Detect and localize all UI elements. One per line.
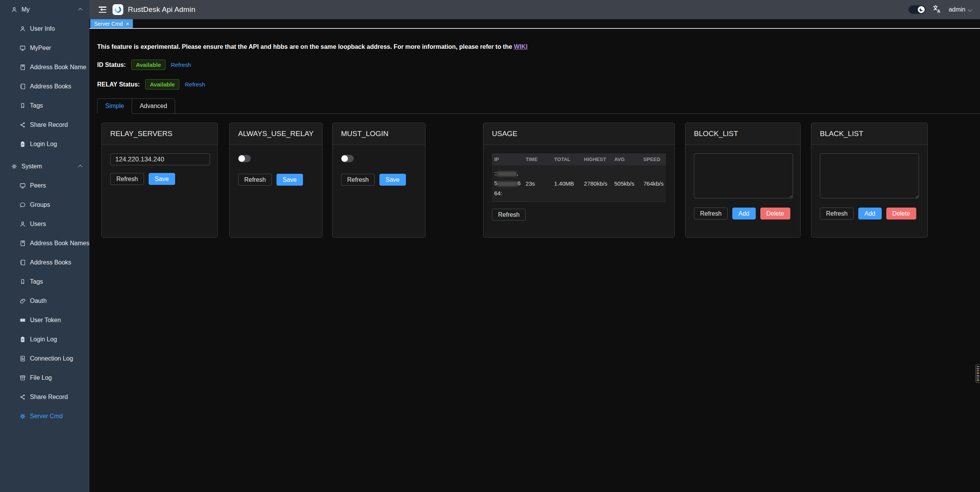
sidebar-item-peers[interactable]: Peers [0,176,89,195]
user-icon [19,25,26,32]
bookmark-icon [19,102,26,109]
save-button[interactable]: Save [379,174,406,186]
sidebar-item-address-book-names[interactable]: Address Book Names [0,234,89,253]
paperclip-icon [19,298,26,304]
app-screen: My User Info MyPeer Address Book Name Ad… [0,0,980,492]
col-highest: HIGHEST [582,153,612,165]
cards-row: RELAY_SERVERS Refresh Save ALWAYS_USE_RE… [101,123,980,238]
route-tab-server-cmd[interactable]: Server Cmd × [90,19,133,28]
sidebar-item-login-log[interactable]: Login Log [0,135,89,154]
sidebar-item-address-books-2[interactable]: Address Books [0,253,89,272]
card-title: BLOCK_LIST [685,123,800,145]
sidebar-item-tags[interactable]: Tags [0,96,89,115]
tab-simple[interactable]: Simple [97,98,132,114]
sidebar-item-oauth[interactable]: Oauth [0,291,89,311]
sidebar-item-file-log[interactable]: File Log [0,368,89,387]
experimental-notice: This feature is experimental. Please ens… [97,43,712,50]
usage-time: 23s [523,165,552,202]
relay-status-row: RELAY Status: Available Refresh [97,79,980,90]
sidebar-item-server-cmd[interactable]: Server Cmd [0,407,89,426]
sidebar-item-users[interactable]: Users [0,214,89,234]
route-tabstrip: Server Cmd × [89,19,980,29]
id-status-badge: Available [131,60,166,70]
sidebar-item-groups[interactable]: Groups [0,195,89,214]
usage-speed: 764kb/s [641,165,666,202]
delete-button[interactable]: Delete [886,208,916,219]
refresh-button[interactable]: Refresh [110,173,144,185]
dark-mode-toggle[interactable] [909,5,925,14]
col-ip: IP [492,153,523,165]
document-icon [19,355,26,362]
refresh-button[interactable]: Refresh [341,174,375,186]
chevron-up-icon [78,8,82,12]
sidebar-item-connection-log[interactable]: Connection Log [0,349,89,368]
id-status-row: ID Status: Available Refresh [97,60,980,70]
must-login-toggle[interactable] [341,155,354,162]
notebook-icon [19,83,26,90]
close-tab-icon[interactable]: × [126,21,129,27]
add-button[interactable]: Add [858,208,881,219]
ticket-icon [19,317,26,324]
svg-text:A: A [937,9,940,13]
sidebar-item-share-record[interactable]: Share Record [0,115,89,135]
monitor-icon [19,45,26,52]
rustdesk-logo [113,4,123,15]
card-title: BLACK_LIST [811,123,927,145]
sidebar-section-label: My [22,6,79,13]
col-avg: AVG [612,153,641,165]
sidebar-item-mypeer[interactable]: MyPeer [0,38,89,58]
sidebar-item-address-book-name[interactable]: Address Book Name [0,58,89,77]
sidebar-collapse-icon[interactable] [99,7,106,13]
sidebar-item-share-record-2[interactable]: Share Record [0,387,89,407]
card-usage: USAGE IP TIME TOTAL HIGHEST AVG SPEED [483,123,675,238]
card-must-login: MUST_LOGIN Refresh Save [332,123,425,238]
relay-status-refresh-link[interactable]: Refresh [185,81,205,88]
share-icon [19,394,26,401]
card-block-list: BLOCK_LIST Refresh Add Delete [685,123,801,238]
black-list-textarea[interactable] [820,153,919,198]
refresh-button[interactable]: Refresh [492,209,526,221]
chevron-up-icon [78,165,82,169]
gear-icon [11,163,18,170]
id-status-label: ID Status: [97,62,126,68]
translate-icon[interactable]: A [932,4,942,15]
relay-status-label: RELAY Status: [97,81,140,88]
bookmark-icon [19,278,26,285]
chevron-down-icon [968,7,972,12]
sidebar-section-my[interactable]: My [0,0,89,19]
sidebar-item-login-log-2[interactable]: Login Log [0,330,89,349]
delete-button[interactable]: Delete [760,208,790,219]
add-button[interactable]: Add [732,208,755,219]
notebook-icon [19,259,26,266]
card-title: RELAY_SERVERS [102,123,217,145]
relay-status-badge: Available [145,79,179,90]
sidebar-section-system[interactable]: System [0,157,89,176]
tab-advanced[interactable]: Advanced [132,98,175,113]
id-status-refresh-link[interactable]: Refresh [171,62,191,68]
refresh-button[interactable]: Refresh [238,174,272,186]
book-icon [19,64,26,71]
sidebar-item-address-books[interactable]: Address Books [0,77,89,96]
col-total: TOTAL [552,153,581,165]
usage-highest: 2780kb/s [582,165,612,202]
sidebar-item-user-info[interactable]: User Info [0,19,89,38]
always-use-relay-toggle[interactable] [238,155,251,162]
save-button[interactable]: Save [149,173,175,185]
user-dropdown[interactable]: admin [949,6,972,13]
relay-servers-input[interactable] [110,153,210,165]
moon-icon [918,6,925,13]
card-always-use-relay: ALWAYS_USE_RELAY Refresh Save [229,123,323,238]
wiki-link[interactable]: WIKI [514,43,528,50]
card-title: ALWAYS_USE_RELAY [230,123,322,145]
refresh-button[interactable]: Refresh [820,208,854,219]
save-button[interactable]: Save [276,174,303,186]
refresh-button[interactable]: Refresh [694,208,728,219]
archive-box-icon [19,374,26,381]
edge-overlay-widget[interactable] [975,364,980,383]
clipboard-icon [19,141,26,148]
sidebar-item-user-token[interactable]: User Token [0,311,89,330]
sidebar-item-tags-2[interactable]: Tags [0,272,89,291]
block-list-textarea[interactable] [694,153,793,198]
share-icon [19,121,26,128]
user-icon [19,221,26,228]
